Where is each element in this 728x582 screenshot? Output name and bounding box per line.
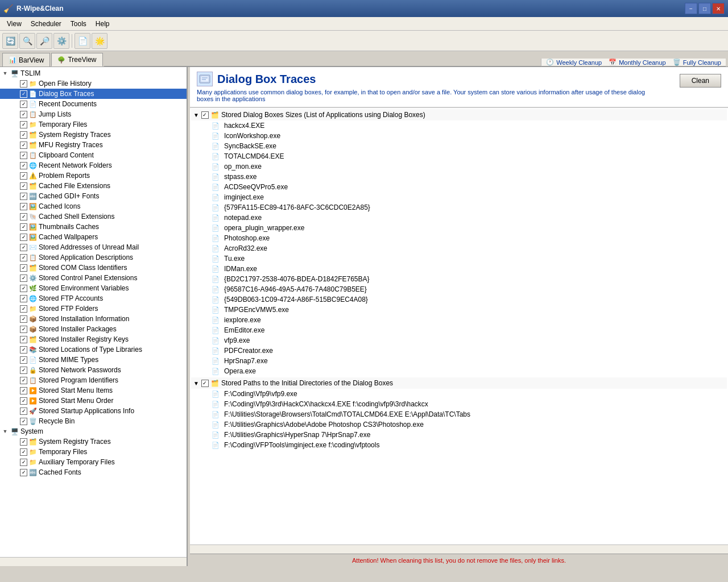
- list-item[interactable]: 📄TOTALCMD64.EXE: [191, 151, 727, 161]
- list-item[interactable]: 📄F:\Coding\VFPTools\imginject.exe f:\cod…: [191, 440, 727, 450]
- tree-item-stored-startup[interactable]: 🚀 Stored Startup Applications Info: [0, 406, 187, 416]
- list-item[interactable]: 📄Photoshop.exe: [191, 233, 727, 243]
- weekly-cleanup-button[interactable]: 🕐 Weekly Cleanup: [546, 59, 602, 66]
- cb-sys-reg-traces[interactable]: [20, 131, 27, 139]
- cb-stored-mime[interactable]: [20, 356, 27, 364]
- tree-item-sys-reg-traces2[interactable]: 🗂️ System Registry Traces: [0, 436, 187, 447]
- tree-item-stored-start-menu-order[interactable]: ▶️ Stored Start Menu Order: [0, 396, 187, 406]
- list-item[interactable]: 📄IconWorkshop.exe: [191, 131, 727, 141]
- list-item[interactable]: 📄F:\Coding\Vfp9\3rd\HackCX\hackcx4.EXE f…: [191, 399, 727, 409]
- tree-item-stored-ftp[interactable]: 🌐 Stored FTP Accounts: [0, 293, 187, 304]
- tree-item-cached-gdi[interactable]: 🔤 Cached GDI+ Fonts: [0, 191, 187, 201]
- tree-item-stored-install[interactable]: 📦 Stored Installation Information: [0, 314, 187, 324]
- tree-item-dialog-box-traces[interactable]: 📄 Dialog Box Traces: [0, 89, 187, 99]
- toolbar-btn-5[interactable]: 📄: [75, 33, 90, 49]
- list-item[interactable]: 📄F:\Coding\Vfp9\vfp9.exe: [191, 389, 727, 399]
- cb-stored-installer-reg[interactable]: [20, 336, 27, 343]
- tree-item-clipboard[interactable]: 📋 Clipboard Content: [0, 150, 187, 160]
- tree-item-cached-wallpapers[interactable]: 🖼️ Cached Wallpapers: [0, 232, 187, 242]
- tree-item-aux-tmp[interactable]: 📁 Auxiliary Temporary Files: [0, 457, 187, 467]
- group2-cb[interactable]: ✓: [201, 380, 209, 387]
- cb-cached-shell[interactable]: [20, 213, 27, 221]
- tree-item-cached-fonts[interactable]: 🔤 Cached Fonts: [0, 467, 187, 477]
- cb-aux-tmp[interactable]: [20, 459, 27, 466]
- cb-recent-docs[interactable]: [20, 101, 27, 108]
- cb-dialog-box-traces[interactable]: [20, 90, 27, 98]
- tree-item-stored-installer-reg[interactable]: 🗂️ Stored Installer Registry Keys: [0, 334, 187, 344]
- cb-mfu-reg[interactable]: [20, 142, 27, 149]
- toolbar-btn-2[interactable]: 🔍: [19, 33, 35, 49]
- menu-tools[interactable]: Tools: [66, 19, 91, 29]
- list-item[interactable]: 📄{549DB063-1C09-4724-A86F-515BC9EC4A08}: [191, 294, 727, 305]
- tree-item-mfu-reg[interactable]: 🗂️ MFU Registry Traces: [0, 140, 187, 150]
- list-item[interactable]: 📄AcroRd32.exe: [191, 243, 727, 253]
- cb-sys-reg-traces2[interactable]: [20, 438, 27, 446]
- cb-recent-network[interactable]: [20, 162, 27, 169]
- tree-root-system[interactable]: ▼ 🖥️ System: [0, 426, 187, 436]
- list-item[interactable]: 📄TMPGEncVMW5.exe: [191, 305, 727, 315]
- maximize-button[interactable]: □: [698, 3, 711, 14]
- cb-thumbnails[interactable]: [20, 223, 27, 231]
- tree-item-stored-net-pwd[interactable]: 🔒 Stored Network Passwords: [0, 365, 187, 375]
- cb-cached-wallpapers[interactable]: [20, 234, 27, 241]
- left-tree-scroll[interactable]: ▼ 🖥️ TSLIM 📁 Open File History 📄 Dialog …: [0, 67, 187, 557]
- clean-button[interactable]: Clean: [680, 74, 721, 88]
- menu-help[interactable]: Help: [91, 19, 114, 29]
- fully-cleanup-button[interactable]: 🗑️ Fully Cleanup: [673, 59, 721, 66]
- cb-cached-gdi[interactable]: [20, 193, 27, 200]
- tree-item-recent-docs[interactable]: 📄 Recent Documents: [0, 99, 187, 109]
- tree-item-problem-reports[interactable]: ⚠️ Problem Reports: [0, 171, 187, 181]
- cb-problem-reports[interactable]: [20, 172, 27, 180]
- tree-root-tslim[interactable]: ▼ 🖥️ TSLIM: [0, 68, 187, 78]
- list-item[interactable]: 📄imginject.exe: [191, 192, 727, 202]
- cb-stored-ftp[interactable]: [20, 295, 27, 302]
- list-item[interactable]: 📄{579FA115-EC89-4176-8AFC-3C6CDC0E2A85}: [191, 202, 727, 213]
- toolbar-btn-6[interactable]: 🌟: [92, 33, 107, 49]
- cb-stored-addresses[interactable]: [20, 244, 27, 251]
- cb-stored-env[interactable]: [20, 285, 27, 292]
- cb-open-file-history[interactable]: [20, 80, 27, 88]
- group-dialog-paths[interactable]: ▼ ✓ 🗂️ Stored Paths to the Initial Direc…: [191, 377, 727, 389]
- cb-cached-file-ext[interactable]: [20, 182, 27, 190]
- tree-item-stored-env[interactable]: 🌿 Stored Environment Variables: [0, 283, 187, 293]
- cb-stored-installer-pkg[interactable]: [20, 326, 27, 333]
- list-item[interactable]: 📄iexplore.exe: [191, 315, 727, 325]
- list-item[interactable]: 📄F:\Utilities\Storage\Browsers\TotalCmd\…: [191, 409, 727, 419]
- group-dialog-sizes[interactable]: ▼ ✓ 🗂️ Stored Dialog Boxes Sizes (List o…: [191, 109, 727, 120]
- cb-stored-type-lib[interactable]: [20, 346, 27, 354]
- list-item[interactable]: 📄IDMan.exe: [191, 264, 727, 274]
- cb-stored-com[interactable]: [20, 264, 27, 272]
- list-item[interactable]: 📄PDFCreator.exe: [191, 346, 727, 356]
- cb-stored-startup[interactable]: [20, 408, 27, 415]
- cb-clipboard[interactable]: [20, 152, 27, 159]
- list-item[interactable]: 📄HprSnap7.exe: [191, 356, 727, 366]
- tree-item-open-file-history[interactable]: 📁 Open File History: [0, 78, 187, 89]
- cb-tmp-files2[interactable]: [20, 448, 27, 456]
- tree-item-thumbnails[interactable]: 🖼️ Thumbnails Caches: [0, 222, 187, 232]
- list-item[interactable]: 📄F:\Utilities\Graphics\HyperSnap 7\HprSn…: [191, 430, 727, 440]
- tree-item-stored-app-desc[interactable]: 📋 Stored Application Descriptions: [0, 252, 187, 263]
- menu-scheduler[interactable]: Scheduler: [26, 19, 66, 29]
- content-tree[interactable]: ▼ ✓ 🗂️ Stored Dialog Boxes Sizes (List o…: [190, 107, 728, 544]
- list-item[interactable]: 📄EmEditor.exe: [191, 325, 727, 335]
- cb-stored-app-desc[interactable]: [20, 254, 27, 261]
- cb-stored-start-menu[interactable]: [20, 387, 27, 394]
- group1-cb[interactable]: ✓: [201, 111, 209, 119]
- tree-item-recycle-bin[interactable]: 🗑️ Recycle Bin: [0, 416, 187, 426]
- tree-item-stored-ftp-folders[interactable]: 📁 Stored FTP Folders: [0, 304, 187, 314]
- tree-item-stored-mime[interactable]: 📄 Stored MIME Types: [0, 355, 187, 365]
- tree-item-stored-cpl[interactable]: ⚙️ Stored Control Panel Extensions: [0, 273, 187, 283]
- cb-stored-net-pwd[interactable]: [20, 367, 27, 374]
- group2-expander[interactable]: ▼: [193, 380, 199, 386]
- tree-item-temporary-files[interactable]: 📁 Temporary Files: [0, 119, 187, 130]
- list-item[interactable]: 📄F:\Utilities\Graphics\Adobe\Adobe Photo…: [191, 419, 727, 430]
- content-hscroll[interactable]: [190, 544, 728, 554]
- cb-stored-ftp-folders[interactable]: [20, 305, 27, 313]
- toolbar-btn-4[interactable]: ⚙️: [53, 33, 69, 49]
- cb-stored-install[interactable]: [20, 315, 27, 323]
- list-item[interactable]: 📄ACDSeeQVPro5.exe: [191, 182, 727, 192]
- list-item[interactable]: 📄hackcx4.EXE: [191, 120, 727, 131]
- tree-item-jump-lists[interactable]: 📋 Jump Lists: [0, 109, 187, 119]
- list-item[interactable]: 📄{BD2C1797-2538-4076-BDEA-D1842FE765BA}: [191, 274, 727, 284]
- list-item[interactable]: 📄op_mon.exe: [191, 161, 727, 172]
